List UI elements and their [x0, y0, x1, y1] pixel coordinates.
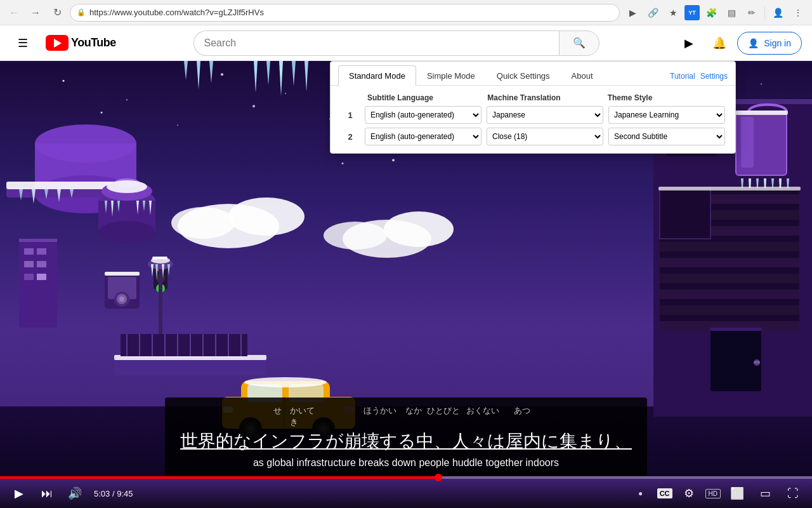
theater-button[interactable]: ▭ [754, 482, 776, 505]
sign-in-button[interactable]: 👤 Sign in [737, 32, 802, 55]
play-button[interactable]: ▶ [8, 482, 30, 505]
row1-machine-trans-select[interactable]: Japanese Korean Chinese [487, 106, 603, 124]
video-container: Standard Mode Simple Mode Quick Settings… [0, 61, 812, 508]
svg-marker-147 [292, 61, 296, 86]
row2-machine-trans-select[interactable]: Close (18) Japanese Korean [487, 128, 603, 145]
forward-button[interactable]: → [27, 4, 44, 22]
profile-button[interactable]: 👤 [769, 4, 787, 22]
jp-text-main: 世界的なインフラが崩壊する中、人々は屋内に集まり、 [180, 429, 632, 453]
address-bar[interactable]: 🔒 https://www.youtube.com/watch?v=gLZJlf… [70, 4, 620, 22]
svg-rect-129 [710, 328, 761, 331]
share-button[interactable]: 🔗 [644, 4, 662, 22]
volume-button[interactable]: 🔊 [63, 482, 86, 505]
col-header-subtitle: Subtitle Language [367, 93, 482, 102]
right-actions: ▶ 🔔 👤 Sign in [676, 30, 802, 56]
svg-rect-131 [754, 361, 760, 363]
tab-about[interactable]: About [561, 65, 604, 86]
svg-marker-72 [151, 264, 154, 277]
popup-body: Subtitle Language Machine Translation Th… [331, 86, 735, 153]
bookmark-button[interactable]: ★ [664, 4, 682, 22]
svg-rect-126 [660, 305, 799, 315]
youtube-logo[interactable]: YouTube [46, 35, 116, 51]
tutorial-link[interactable]: Tutorial [670, 72, 695, 81]
settings-popup-btn[interactable]: ● [629, 482, 652, 505]
settings-link[interactable]: Settings [700, 72, 728, 81]
subtitle-japanese: せ かいてき ほうかい なか ひとびと おくない あつ 世界的なインフラが崩壊す… [178, 405, 634, 453]
row1-subtitle-lang-select[interactable]: English (auto-generated) Japanese Korean [365, 106, 481, 124]
ruby-okunai: おくない [464, 405, 502, 428]
video-create-button[interactable]: ▶ [676, 30, 702, 56]
ruby-houkai: ほうかい [357, 405, 403, 428]
yt-dual-subs-extension[interactable]: YT [684, 5, 700, 20]
video-controls: ▶ ⏭ 🔊 5:03 / 9:45 ● CC ⚙ HD ⬜ ▭ ⛶ [0, 479, 812, 508]
menu-button[interactable]: ☰ [10, 30, 36, 56]
ruby-infra [318, 405, 356, 428]
settings-button[interactable]: ⚙ [678, 482, 700, 505]
ruby-atsu: あつ [503, 405, 541, 428]
hd-badge: HD [705, 489, 721, 498]
svg-rect-42 [24, 274, 34, 280]
time-display: 5:03 / 9:45 [94, 489, 133, 498]
svg-marker-145 [266, 61, 270, 85]
row2-theme-select[interactable]: Second Subtitle Default Dark Mode [608, 128, 725, 145]
svg-marker-144 [254, 61, 258, 93]
svg-rect-39 [37, 248, 46, 255]
cast2-button[interactable]: ▤ [723, 4, 740, 22]
split-button[interactable]: ✏ [743, 4, 761, 22]
svg-rect-132 [660, 188, 710, 239]
time-current: 5:03 [94, 489, 110, 498]
ruby-sekai: せ かいてき [271, 405, 317, 428]
next-button[interactable]: ⏭ [36, 482, 58, 505]
svg-rect-134 [658, 187, 801, 190]
svg-rect-109 [741, 117, 754, 168]
back-button[interactable]: ← [5, 4, 23, 22]
youtube-logo-text: YouTube [71, 36, 116, 50]
svg-rect-37 [19, 239, 57, 242]
search-input[interactable] [193, 30, 559, 56]
svg-rect-123 [660, 258, 799, 267]
subtitle-overlay: せ かいてき ほうかい なか ひとびと おくない あつ 世界的なインフラが崩壊す… [165, 398, 647, 476]
cc-button[interactable]: CC [657, 488, 672, 498]
svg-marker-143 [209, 61, 213, 83]
browser-actions: ▶ 🔗 ★ YT 🧩 ▤ ✏ 👤 ⋮ [624, 4, 807, 22]
search-bar: 🔍 [193, 30, 599, 56]
svg-point-13 [177, 124, 178, 126]
tab-quick-settings[interactable]: Quick Settings [486, 65, 561, 86]
svg-rect-125 [660, 290, 799, 299]
search-button[interactable]: 🔍 [559, 30, 599, 56]
svg-point-137 [171, 207, 235, 239]
svg-point-140 [324, 222, 387, 250]
svg-rect-40 [24, 261, 34, 267]
miniplayer-button[interactable]: ⬜ [726, 482, 749, 505]
svg-point-102 [244, 377, 327, 387]
row2-num: 2 [341, 132, 360, 142]
svg-marker-142 [197, 61, 200, 90]
svg-rect-43 [37, 274, 46, 280]
svg-point-139 [384, 211, 454, 247]
time-total: 9:45 [117, 489, 133, 498]
sign-in-label: Sign in [764, 38, 791, 48]
row2-subtitle-lang-select[interactable]: English (auto-generated) Japanese Korean [365, 128, 481, 145]
time-separator: / [110, 489, 117, 498]
puzzle-icon[interactable]: 🧩 [702, 4, 720, 22]
url-text: https://www.youtube.com/watch?v=gLZJlf5r… [89, 8, 613, 17]
cast-button[interactable]: ▶ [624, 4, 641, 22]
svg-marker-146 [279, 61, 283, 96]
divider [764, 6, 765, 19]
refresh-button[interactable]: ↻ [48, 4, 66, 22]
clouds [165, 175, 482, 290]
col-header-machine-trans: Machine Translation [487, 93, 602, 102]
popup-tab-bar: Standard Mode Simple Mode Quick Settings… [331, 62, 735, 86]
youtube-logo-icon [46, 35, 69, 51]
svg-marker-73 [155, 264, 158, 280]
notifications-button[interactable]: 🔔 [707, 30, 732, 56]
fullscreen-button[interactable]: ⛶ [782, 482, 804, 505]
row1-num: 1 [341, 110, 360, 120]
youtube-header: ☰ YouTube 🔍 ▶ 🔔 👤 Sign in [0, 25, 812, 61]
subtitle-english: as global infrastructure breaks down peo… [178, 457, 634, 469]
row1-theme-select[interactable]: Japanese Learning Default Dark Mode [608, 106, 725, 124]
tab-simple-mode[interactable]: Simple Mode [416, 65, 486, 86]
tab-standard-mode[interactable]: Standard Mode [338, 65, 416, 86]
col-header-theme: Theme Style [608, 93, 723, 102]
more-button[interactable]: ⋮ [789, 4, 807, 22]
